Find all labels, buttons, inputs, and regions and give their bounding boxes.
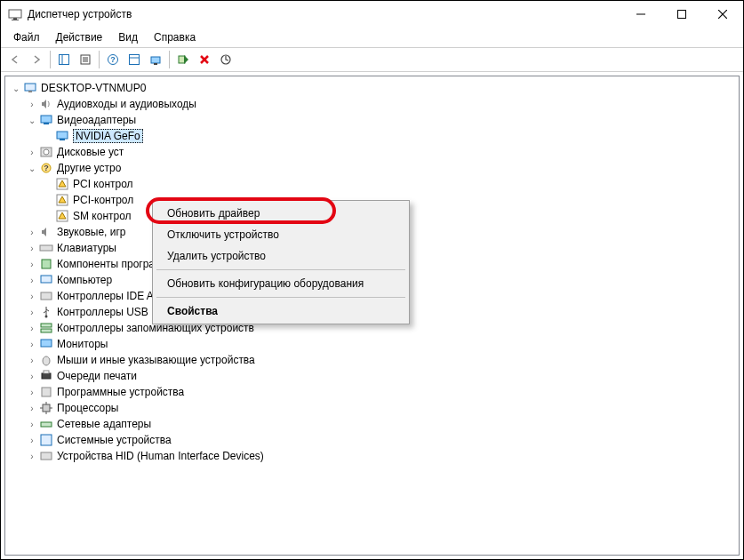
tree-label-selected: NVIDIA GeFo xyxy=(73,129,143,143)
svg-rect-48 xyxy=(43,404,50,412)
tree-label: Мыши и иные указывающие устройства xyxy=(57,354,255,366)
svg-rect-46 xyxy=(44,371,49,373)
expander-closed-icon[interactable]: › xyxy=(25,417,39,431)
svg-rect-41 xyxy=(41,324,52,327)
ide-controller-icon xyxy=(39,289,53,303)
tree-label: Компьютер xyxy=(57,274,112,286)
tree-label: Сетевые адаптеры xyxy=(57,418,151,430)
expander-closed-icon[interactable]: › xyxy=(25,273,39,287)
tree-item-net[interactable]: › Сетевые адаптеры xyxy=(5,416,739,432)
back-button[interactable] xyxy=(4,50,26,69)
menu-file[interactable]: Файл xyxy=(6,29,47,45)
svg-rect-2 xyxy=(12,20,19,20)
menu-help[interactable]: Справка xyxy=(147,29,203,45)
expander-closed-icon[interactable]: › xyxy=(25,385,39,399)
expander-closed-icon[interactable]: › xyxy=(25,353,39,367)
tree-item-mice[interactable]: › Мыши и иные указывающие устройства xyxy=(5,352,739,368)
help-button[interactable]: ? xyxy=(102,50,124,69)
maximize-button[interactable] xyxy=(661,1,702,28)
close-button[interactable] xyxy=(702,1,743,28)
tree-label: PCI-контрол xyxy=(73,194,133,206)
update-driver-button[interactable] xyxy=(215,50,236,69)
software-component-icon xyxy=(39,257,53,271)
svg-rect-42 xyxy=(41,329,52,332)
unknown-device-icon: ? xyxy=(39,161,53,175)
expander-closed-icon[interactable]: › xyxy=(25,369,39,383)
ctx-rescan-hardware[interactable]: Обновить конфигурацию оборудования xyxy=(155,273,407,294)
menu-action[interactable]: Действие xyxy=(49,29,110,45)
svg-rect-17 xyxy=(151,57,160,63)
expander-closed-icon[interactable]: › xyxy=(25,305,39,319)
tree-label: Дисковые уст xyxy=(57,146,124,158)
expander-closed-icon[interactable]: › xyxy=(25,449,39,463)
svg-rect-27 xyxy=(57,132,68,139)
expander-closed-icon[interactable]: › xyxy=(25,145,39,159)
svg-rect-36 xyxy=(40,245,52,251)
ctx-update-driver[interactable]: Обновить драйвер xyxy=(155,203,407,224)
expander-closed-icon[interactable]: › xyxy=(25,257,39,271)
tree-item-video[interactable]: ⌄ Видеоадаптеры xyxy=(5,112,739,128)
menu-bar: Файл Действие Вид Справка xyxy=(1,28,743,47)
expander-closed-icon[interactable]: › xyxy=(25,321,39,335)
forward-button[interactable] xyxy=(26,50,47,69)
window-title: Диспетчер устройств xyxy=(28,8,620,20)
device-tree[interactable]: ⌄ DESKTOP-VTNMUP0 › Аудиовходы и аудиовы… xyxy=(4,76,740,556)
computer-icon xyxy=(23,81,37,95)
show-hide-tree-button[interactable] xyxy=(53,50,75,69)
svg-rect-47 xyxy=(42,388,51,396)
usb-icon xyxy=(39,305,53,319)
tree-item-cpu[interactable]: › Процессоры xyxy=(5,400,739,416)
svg-rect-4 xyxy=(678,11,686,19)
svg-point-40 xyxy=(45,316,48,318)
tree-label: Очереди печати xyxy=(57,370,137,382)
tree-item-nvidia[interactable]: › NVIDIA GeFo xyxy=(5,128,739,144)
ctx-disable-device[interactable]: Отключить устройство xyxy=(155,224,407,245)
expander-closed-icon[interactable]: › xyxy=(25,97,39,111)
speaker-icon xyxy=(39,97,53,111)
expander-open-icon[interactable]: ⌄ xyxy=(9,81,23,95)
tree-item-other[interactable]: ⌄ ? Другие устро xyxy=(5,160,739,176)
svg-rect-55 xyxy=(41,452,52,460)
ctx-properties[interactable]: Свойства xyxy=(155,300,407,322)
tree-item-disk[interactable]: › Дисковые уст xyxy=(5,144,739,160)
expander-open-icon[interactable]: ⌄ xyxy=(25,113,39,127)
tree-item-printq[interactable]: › Очереди печати xyxy=(5,368,739,384)
tree-item-sysdev[interactable]: › Системные устройства xyxy=(5,432,739,448)
ctx-remove-device[interactable]: Удалить устройство xyxy=(155,245,407,267)
svg-rect-26 xyxy=(44,123,49,124)
display-adapter-icon xyxy=(55,129,69,143)
enable-device-button[interactable] xyxy=(172,50,194,69)
scan-hardware-button[interactable] xyxy=(145,50,166,69)
tree-item-hid[interactable]: › Устройства HID (Human Interface Device… xyxy=(5,448,739,464)
uninstall-device-button[interactable] xyxy=(194,50,215,69)
tree-item-audio[interactable]: › Аудиовходы и аудиовыходы xyxy=(5,96,739,112)
tree-root[interactable]: ⌄ DESKTOP-VTNMUP0 xyxy=(5,80,739,96)
svg-point-30 xyxy=(44,149,49,155)
properties-button[interactable] xyxy=(75,50,96,69)
mouse-icon xyxy=(39,353,53,367)
svg-rect-23 xyxy=(25,84,36,91)
content-area: ⌄ DESKTOP-VTNMUP0 › Аудиовходы и аудиовы… xyxy=(1,72,743,559)
svg-rect-15 xyxy=(130,55,140,65)
menu-view[interactable]: Вид xyxy=(111,29,145,45)
expander-closed-icon[interactable]: › xyxy=(25,289,39,303)
svg-rect-25 xyxy=(41,116,52,123)
device-manager-window: Диспетчер устройств Файл Действие Вид Сп… xyxy=(0,0,744,560)
svg-text:?: ? xyxy=(44,164,49,172)
toolbar: ? xyxy=(1,47,743,72)
expander-closed-icon[interactable]: › xyxy=(25,225,39,239)
tree-item-pci1[interactable]: › PCI контрол xyxy=(5,176,739,192)
expander-closed-icon[interactable]: › xyxy=(25,241,39,255)
tree-label: SM контрол xyxy=(73,210,132,222)
action-button[interactable] xyxy=(124,50,145,69)
tree-item-monitors[interactable]: › Мониторы xyxy=(5,336,739,352)
expander-closed-icon[interactable]: › xyxy=(25,337,39,351)
expander-closed-icon[interactable]: › xyxy=(25,433,39,447)
expander-open-icon[interactable]: ⌄ xyxy=(25,161,39,175)
tree-item-swdev[interactable]: › Программные устройства xyxy=(5,384,739,400)
expander-closed-icon[interactable]: › xyxy=(25,401,39,415)
minimize-button[interactable] xyxy=(620,1,661,28)
tree-label: Видеоадаптеры xyxy=(57,114,136,126)
computer-icon xyxy=(39,273,53,287)
tree-label: Устройства HID (Human Interface Devices) xyxy=(57,450,264,462)
